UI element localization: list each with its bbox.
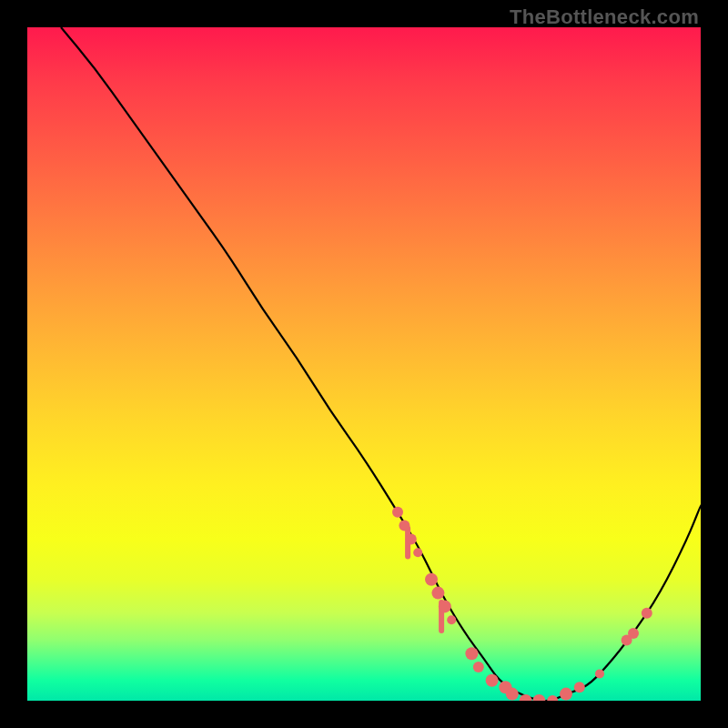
curve-marker [465, 647, 478, 660]
curve-marker [392, 507, 403, 518]
curve-marker [595, 669, 604, 678]
curve-marker [431, 587, 444, 600]
curve-marker [486, 674, 499, 687]
curve-marker [532, 694, 545, 701]
curve-marker [547, 695, 558, 701]
curve-marker [399, 521, 410, 531]
curve-marker [425, 573, 438, 586]
curve-marker [560, 688, 572, 701]
curve-marker [642, 608, 652, 619]
curve-svg [27, 27, 701, 701]
curve-markers [392, 507, 652, 701]
curve-marker [447, 615, 456, 624]
bottleneck-curve [61, 27, 701, 701]
curve-marker [628, 628, 639, 639]
curve-marker [439, 600, 451, 612]
curve-marker [413, 548, 422, 557]
curve-marker [506, 688, 519, 701]
curve-marker [406, 533, 417, 544]
plot-area [27, 27, 701, 701]
curve-marker [574, 682, 585, 693]
curve-marker [473, 662, 484, 672]
watermark-text: TheBottleneck.com [510, 5, 699, 29]
chart-frame: TheBottleneck.com [0, 0, 728, 728]
